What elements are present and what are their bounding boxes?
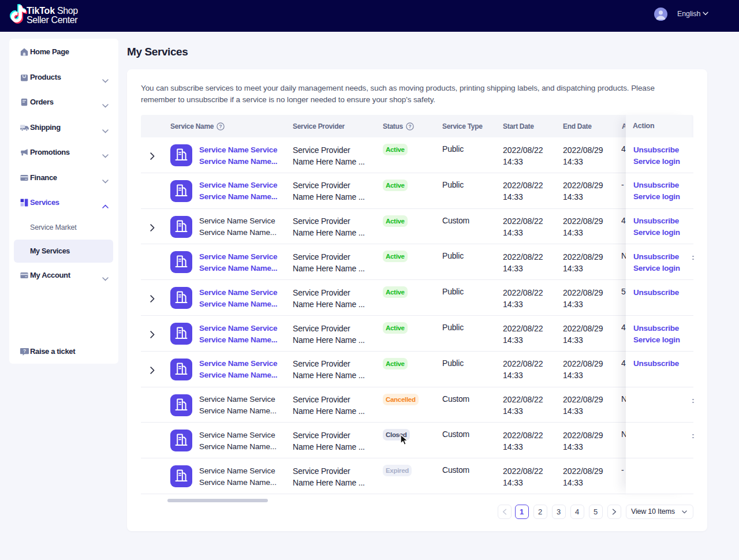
- svg-text:?: ?: [219, 124, 222, 129]
- svg-text:?: ?: [23, 348, 26, 354]
- svg-text:?: ?: [409, 124, 412, 129]
